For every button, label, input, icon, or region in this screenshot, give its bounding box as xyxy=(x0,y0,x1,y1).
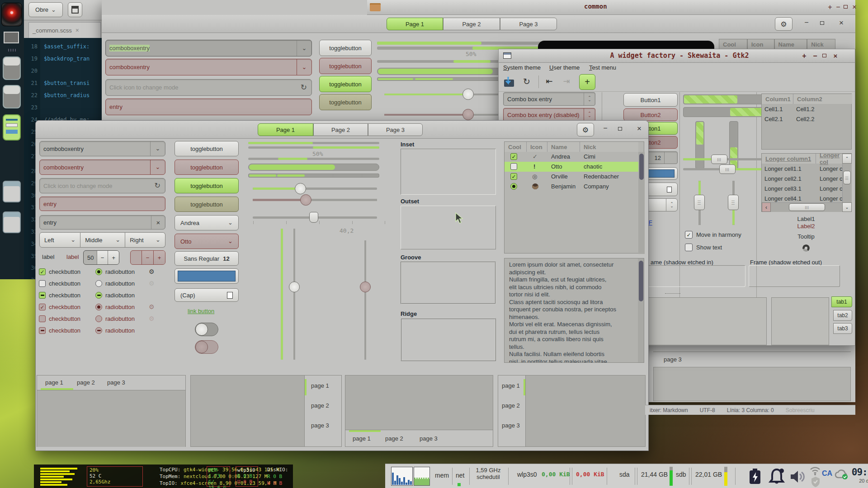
dock-handle[interactable] xyxy=(8,49,16,52)
hscale1[interactable] xyxy=(253,188,377,190)
icon-entry[interactable]: Click icon to change mode ↻ xyxy=(39,178,165,193)
nb-tab-page1[interactable]: page 1 xyxy=(353,435,371,442)
battery-icon[interactable] xyxy=(746,468,764,486)
dock-item-window1[interactable] xyxy=(3,181,21,202)
gtk2-tab2[interactable]: tab2 xyxy=(833,310,852,321)
gtk2-vscale1-handle[interactable]: ——— xyxy=(694,195,705,210)
shield-icon[interactable] xyxy=(810,476,821,488)
hscale-marks-handle[interactable] xyxy=(309,212,318,223)
dock-item-window2[interactable] xyxy=(3,211,21,233)
gtk2-combo-entry[interactable]: Combo box entry ⌃⌄ xyxy=(503,92,595,106)
clock-applet[interactable]: 09:53 20 d'abr. xyxy=(850,467,868,483)
go-first-icon[interactable]: ⇤ xyxy=(542,76,557,86)
close-button[interactable]: × xyxy=(633,124,645,133)
tab-page3[interactable]: Page 3 xyxy=(500,18,557,30)
radio-unselected[interactable] xyxy=(95,280,102,287)
cloud-sync-icon[interactable] xyxy=(834,468,849,480)
refresh-icon[interactable]: ↻ xyxy=(155,181,160,190)
hal-logo-icon[interactable] xyxy=(1,3,22,26)
nb-tab-page3[interactable]: page 3 xyxy=(107,379,125,386)
minimize-button[interactable]: − xyxy=(599,124,611,132)
status-overwrite[interactable]: Sobreescriu xyxy=(786,407,815,413)
status-encoding[interactable]: UTF-8 xyxy=(700,407,715,413)
menu-system-theme[interactable]: System theme xyxy=(503,64,541,71)
gtk2-check-showtext[interactable]: Show text xyxy=(685,244,722,251)
tab-page2[interactable]: Page 2 xyxy=(313,123,368,136)
tree-row-1[interactable]: ✓ ✓ Andrea Cimi xyxy=(505,152,638,162)
new-document-button[interactable] xyxy=(68,2,82,17)
scroll-up-button[interactable]: ⌃ xyxy=(842,154,852,164)
common-page3-tab[interactable]: page 3 xyxy=(664,356,682,363)
common-titlebar[interactable]: common + − × xyxy=(367,0,855,15)
hscale1-handle[interactable] xyxy=(295,183,306,194)
checkbox-mixed[interactable] xyxy=(39,292,46,299)
combo-dropdown[interactable]: ⌄ xyxy=(297,40,311,56)
togglebutton-1[interactable]: togglebutton xyxy=(319,40,372,56)
togglebutton-3[interactable]: togglebutton xyxy=(175,178,239,193)
stick-button[interactable]: + xyxy=(826,3,834,11)
gtk2-tab3[interactable]: tab3 xyxy=(833,323,852,334)
color-button[interactable] xyxy=(175,268,239,284)
scroll-down-button[interactable]: ⌄ xyxy=(842,202,852,212)
disk-sdb-label[interactable]: sdb xyxy=(676,471,686,478)
settings-button[interactable]: ⚙ xyxy=(775,17,793,31)
file-chooser-button[interactable]: (Cap) xyxy=(175,288,239,302)
vscale2-handle[interactable] xyxy=(289,282,300,292)
gtk2-check-harmony[interactable]: ✓ Move in harmony xyxy=(685,231,741,239)
refresh-icon[interactable]: ↻ xyxy=(301,83,307,92)
keyboard-layout-label[interactable]: CA xyxy=(822,469,832,478)
button1[interactable]: Button1 xyxy=(623,93,678,107)
disk-sda-label[interactable]: sda xyxy=(619,471,630,478)
net-applet-label[interactable]: net xyxy=(456,472,464,479)
nb-tab-page3[interactable]: page 3 xyxy=(311,422,329,429)
nb-tab-page1[interactable]: page 1 xyxy=(45,379,63,386)
tree-row-3[interactable]: ✓ ◎ Orville Redenbacher xyxy=(505,172,638,182)
front-headerbar[interactable]: Page 1 Page 2 Page 3 ⚙ − × xyxy=(36,121,648,139)
spinbutton[interactable]: 50 − + xyxy=(83,250,119,265)
cpu-freq-applet[interactable]: 1,59 GHz schedutil xyxy=(473,467,504,480)
checkbox-checked[interactable]: ✓ xyxy=(39,268,46,275)
tree-row-2-selected[interactable]: ! Otto chaotic xyxy=(505,162,638,172)
minimize-button[interactable]: − xyxy=(801,19,812,27)
radio-mixed[interactable] xyxy=(95,292,102,299)
combo-dropdown[interactable]: ⌄ xyxy=(150,141,165,156)
refresh-icon[interactable]: ↻ xyxy=(519,76,534,87)
open-menu-button[interactable]: Obre ⌄ xyxy=(28,2,63,17)
nb-tab-page3[interactable]: page 3 xyxy=(420,435,438,442)
close-button[interactable]: × xyxy=(851,3,858,11)
tab-close-icon[interactable]: × xyxy=(75,27,79,34)
wifi-interface-label[interactable]: wlp3s0 xyxy=(517,471,537,478)
document-open-icon[interactable] xyxy=(502,75,517,89)
tab-page3[interactable]: Page 3 xyxy=(368,123,423,136)
switch-off[interactable] xyxy=(195,323,218,336)
maximize-button[interactable] xyxy=(844,5,848,9)
nb-tab-page3[interactable]: page 3 xyxy=(502,422,520,429)
volume-icon[interactable] xyxy=(789,469,807,485)
radio-selected[interactable] xyxy=(95,268,102,275)
vscroll-thumb[interactable]: ——— xyxy=(843,171,851,184)
gtk2-hscale1-handle[interactable]: ||| xyxy=(711,155,727,164)
hscale-handle[interactable] xyxy=(462,89,474,100)
mem-applet-label[interactable]: mem xyxy=(435,472,449,479)
dropdown-left[interactable]: Left⌄ xyxy=(39,232,80,248)
gtk2-tab1[interactable]: tab1 xyxy=(831,296,852,307)
font-button[interactable]: Sans Regular12 xyxy=(175,251,239,266)
settings-button[interactable]: ⚙ xyxy=(577,123,594,136)
dock-item-file2[interactable] xyxy=(3,85,21,108)
nb-tab-page2[interactable]: page 2 xyxy=(77,379,95,386)
dropdown-right[interactable]: Right⌄ xyxy=(125,232,165,248)
net-graph[interactable] xyxy=(414,467,430,486)
restore-button[interactable] xyxy=(820,21,824,25)
windows-stack-icon[interactable] xyxy=(4,32,19,43)
dropdown-middle[interactable]: Middle⌄ xyxy=(80,232,125,248)
icon-entry[interactable]: Click icon to change mode ↻ xyxy=(105,79,312,96)
entry-clearable[interactable]: entry × xyxy=(39,215,165,230)
tab-page1[interactable]: Page 1 xyxy=(387,18,443,30)
comboboxentry[interactable]: comboboxentry ⌄ xyxy=(39,141,165,156)
dock-item-file1[interactable] xyxy=(3,56,21,80)
hscroll-thumb[interactable]: ||| xyxy=(789,203,825,211)
spin-minus-button[interactable]: − xyxy=(97,251,108,264)
tree-vscroll-thumb[interactable] xyxy=(639,154,644,180)
textview[interactable]: Lorem ipsum dolor sit amet, consectetur … xyxy=(504,258,644,363)
checkbox-unchecked-icon[interactable] xyxy=(685,244,693,251)
